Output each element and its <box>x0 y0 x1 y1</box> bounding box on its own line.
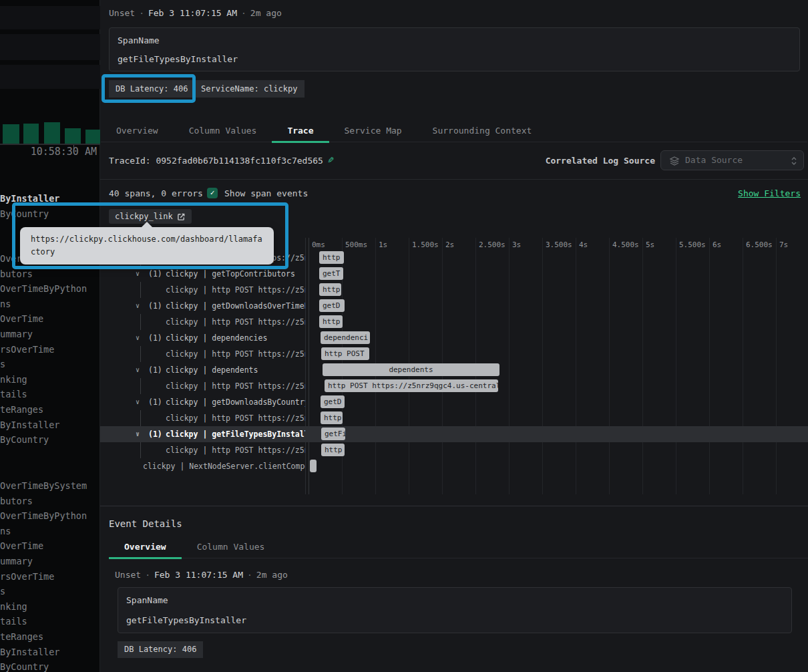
span-duration-bar[interactable]: getD <box>321 395 345 408</box>
trace-span-row[interactable]: clickpy | http POST https://z5nrzhttp PO… <box>100 346 808 362</box>
detail-tabs: OverviewColumn ValuesTraceService MapSur… <box>101 120 807 142</box>
trace-span-row[interactable]: ∨(1)clickpy | dependenciesdependenci <box>100 330 808 346</box>
span-name-text: clickpy | getTopContributors <box>166 266 295 282</box>
sidebar-item[interactable]: rsOverTime <box>0 570 54 583</box>
span-duration-bar[interactable]: dependents <box>323 363 499 376</box>
sidebar-item[interactable]: OverTimeByPython <box>0 282 87 295</box>
chevron-down-icon[interactable]: ∨ <box>136 330 140 346</box>
sidebar-item[interactable]: butors <box>0 267 33 281</box>
sidebar-item[interactable]: ByCountry <box>0 433 49 446</box>
span-duration-bar[interactable]: http <box>319 283 341 296</box>
sidebar-item[interactable]: tails <box>0 387 27 401</box>
axis-tick-label: 3s <box>512 240 521 249</box>
sidebar-item[interactable]: ByInstaller <box>0 645 59 659</box>
event-details-tabs: OverviewColumn Values <box>109 536 808 558</box>
trace-span-row[interactable]: ∨(1)clickpy | getDownloadsByCountrygetD <box>100 394 808 410</box>
span-row-label: clickpy | http POST https://z5nrz <box>100 346 305 362</box>
show-span-events-label[interactable]: Show span events <box>224 188 308 198</box>
histogram-bar <box>65 128 81 144</box>
sidebar-item[interactable]: OverTime <box>0 312 43 325</box>
chevron-down-icon[interactable]: ∨ <box>136 426 140 442</box>
db-latency-badge[interactable]: DB Latency: 406 <box>109 80 194 98</box>
span-child-count: (1) <box>148 330 162 346</box>
background-row <box>0 34 100 60</box>
chevron-down-icon[interactable]: ∨ <box>136 298 140 314</box>
span-duration-bar[interactable]: dependenci <box>321 331 370 344</box>
sidebar-item[interactable]: nking <box>0 373 27 386</box>
trace-span-row[interactable]: clickpy | NextNodeServer.clientCompone <box>100 458 808 474</box>
trace-span-row[interactable]: ∨(1)clickpy | getDownloadsOverTimeBySget… <box>100 298 808 314</box>
sidebar-item[interactable]: nking <box>0 600 27 613</box>
histogram-bar <box>85 130 100 144</box>
span-duration-bar[interactable]: getFi <box>321 428 345 440</box>
status-label: Unset <box>115 570 141 580</box>
event-tab-column-values[interactable]: Column Values <box>182 536 280 558</box>
span-name-field-label: SpanName <box>118 35 160 45</box>
sidebar-item[interactable]: teRanges <box>0 403 43 416</box>
sidebar-item[interactable]: butors <box>0 494 33 508</box>
sidebar-item[interactable]: ByCountry <box>0 660 49 672</box>
span-duration-bar[interactable]: http <box>321 411 343 424</box>
axis-tick-label: 1s <box>379 240 387 249</box>
axis-tick-label: 6s <box>713 240 721 249</box>
trace-span-row[interactable]: ∨(1)clickpy | dependentsdependents <box>100 362 808 378</box>
span-duration-bar[interactable] <box>310 460 317 472</box>
tab-column-values[interactable]: Column Values <box>174 120 272 142</box>
span-duration-bar[interactable]: getT <box>319 267 343 280</box>
tab-trace[interactable]: Trace <box>272 120 329 142</box>
span-duration-bar[interactable]: http <box>319 315 343 328</box>
chevron-down-icon[interactable]: ∨ <box>136 394 140 410</box>
data-source-select[interactable]: Data Source <box>660 150 804 170</box>
trace-detail-panel: Unset·Feb 3 11:07:15 AM·2m ago SpanName … <box>100 0 808 672</box>
span-duration-bar[interactable]: http POST https://z5nrz9qgc4.us-central <box>325 379 498 392</box>
event-details-header-line: Unset·Feb 3 11:07:15 AM·2m ago <box>115 570 288 580</box>
sidebar-item[interactable]: OverTime <box>0 539 43 552</box>
span-name-text: clickpy | dependencies <box>166 330 267 346</box>
sidebar-item[interactable]: ns <box>0 297 11 311</box>
trace-span-row[interactable]: clickpy | http POST https://z5nrzhttp <box>100 410 808 426</box>
sidebar-item[interactable]: tails <box>0 615 27 628</box>
trace-waterfall: 0ms500ms1s1.500s2s2.500s3s3.500s4s4.500s… <box>100 238 808 494</box>
trace-span-row[interactable]: clickpy | http POST https://z5nrzhttp PO… <box>100 378 808 394</box>
event-tab-overview[interactable]: Overview <box>109 536 182 558</box>
axis-tick-label: 5s <box>646 240 654 249</box>
tab-surrounding-context[interactable]: Surrounding Context <box>417 120 548 142</box>
trace-viewer-screen: 10:58:30 AM ByInstallerByCountryOverTime… <box>0 0 808 672</box>
service-name-badge[interactable]: ServiceName: clickpy <box>194 80 305 98</box>
tab-overview[interactable]: Overview <box>101 120 174 142</box>
span-duration-bar[interactable]: getD <box>319 299 345 312</box>
sidebar-item[interactable]: teRanges <box>0 630 43 643</box>
sidebar-item[interactable]: ns <box>0 524 11 538</box>
span-row-label: clickpy | http POST https://z5nrz <box>100 442 305 458</box>
trace-span-row[interactable]: clickpy | http POST https://z5nrzhttp <box>100 314 808 330</box>
event-db-latency-badge[interactable]: DB Latency: 406 <box>118 641 203 658</box>
axis-tick-label: 4s <box>579 240 588 249</box>
sidebar-item[interactable]: OverTimeByPython <box>0 509 87 522</box>
sidebar-item[interactable]: s <box>0 357 5 371</box>
span-duration-bar[interactable]: http <box>319 251 344 264</box>
chevron-down-icon[interactable]: ∨ <box>136 266 140 282</box>
sidebar-item[interactable]: ummary <box>0 327 33 341</box>
span-duration-bar[interactable]: http POST <box>321 347 369 360</box>
sidebar-item[interactable]: ummary <box>0 554 33 568</box>
sidebar-item[interactable]: ByInstaller <box>0 192 59 205</box>
chevron-down-icon[interactable]: ∨ <box>136 362 140 378</box>
show-span-events-checkbox[interactable]: ✓ <box>207 188 218 198</box>
trace-span-row[interactable]: ∨(1)clickpy | getFileTypesByInstallerget… <box>100 426 808 442</box>
sidebar-item[interactable]: rsOverTime <box>0 343 54 356</box>
trace-span-row[interactable]: clickpy | http POST https://z5nrzhttp <box>100 282 808 298</box>
link-url-tooltip: https://clickpy.clickhouse.com/dashboard… <box>20 227 274 265</box>
tab-service-map[interactable]: Service Map <box>329 120 417 142</box>
span-duration-bar[interactable]: http <box>321 444 345 456</box>
separator-dot: · <box>237 8 250 18</box>
spans-summary: 40 spans, 0 errors <box>109 188 203 198</box>
sidebar-item[interactable]: s <box>0 584 5 598</box>
sidebar-item[interactable]: ByCountry <box>0 207 49 220</box>
sidebar-item[interactable]: ByInstaller <box>0 418 59 432</box>
sidebar-item[interactable]: OverTimeBySystem <box>0 479 87 492</box>
edit-trace-icon[interactable]: ✎ <box>322 154 334 166</box>
show-filters-link[interactable]: Show Filters <box>738 188 801 198</box>
trace-span-row[interactable]: ∨(1)clickpy | getTopContributorsgetT <box>100 266 808 282</box>
layers-icon <box>669 156 680 166</box>
trace-span-row[interactable]: clickpy | http POST https://z5nrzhttp <box>100 442 808 458</box>
